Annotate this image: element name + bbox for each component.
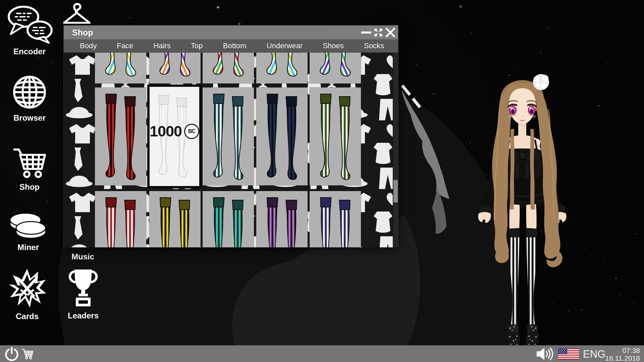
stocking-pair-image [312, 194, 359, 247]
desktop-icon-label: Cards [16, 312, 39, 321]
maximize-button[interactable] [372, 25, 385, 39]
avatar-left-shoe [507, 324, 520, 348]
shop-item[interactable] [95, 191, 146, 247]
date: 16.11.2018 [605, 354, 640, 362]
desktop-root: Encoder Browser Shop Miner CardsMusic [0, 0, 644, 362]
stocking-pair-image [97, 53, 144, 83]
us-flag-icon[interactable] [558, 348, 579, 360]
shop-item[interactable] [256, 53, 308, 83]
stocking-pair-image [205, 53, 252, 83]
globe-icon [12, 74, 47, 110]
minimize-button[interactable] [360, 25, 373, 39]
avatar-right-shoe [526, 324, 539, 348]
cart-icon [21, 348, 34, 360]
tab-socks[interactable]: Socks [364, 42, 384, 50]
tab-hairs[interactable]: Hairs [153, 42, 170, 50]
window-title: Shop [72, 28, 93, 38]
shop-content: 1000BC [64, 53, 398, 247]
desktop-icon-miner[interactable]: Miner [9, 208, 48, 252]
tab-face[interactable]: Face [117, 42, 133, 50]
avatar-striped-stocking-left [509, 237, 520, 330]
shop-item[interactable] [203, 191, 254, 247]
trophy-icon [66, 267, 101, 308]
bc-coin-icon: BC [184, 124, 199, 139]
time: 07:38 [605, 347, 640, 354]
shop-item[interactable] [310, 53, 361, 83]
coins-icon [9, 208, 48, 239]
desktop-icon-shop[interactable]: Shop [12, 147, 47, 192]
desktop-icon-label: Shop [19, 182, 40, 192]
stocking-pair-image [151, 53, 199, 83]
clock: 07:38 16.11.2018 [605, 347, 640, 362]
power-button[interactable] [5, 346, 19, 362]
stocking-pair-image [97, 91, 144, 182]
shop-item[interactable] [149, 53, 201, 83]
shop-window: Shop BodyFaceHairsT [64, 25, 398, 247]
shop-item[interactable] [256, 191, 308, 247]
taskbar: ENG 07:38 16.11.2018 [0, 345, 644, 362]
minimize-icon [361, 32, 371, 34]
shop-item[interactable] [95, 53, 146, 83]
stocking-pair-image [312, 53, 359, 83]
close-icon [385, 27, 396, 38]
desktop-icon-label: Miner [17, 243, 39, 252]
speech-bubbles-code-icon [6, 5, 53, 44]
close-button[interactable] [384, 25, 397, 39]
tab-body[interactable]: Body [80, 42, 97, 50]
avatar-striped-stocking-right [526, 237, 537, 330]
stocking-pair-image [312, 91, 359, 182]
expand-icon [374, 28, 383, 37]
tab-top[interactable]: Top [191, 42, 203, 50]
desktop-icon-label: Encoder [13, 47, 46, 56]
desktop-icon-label: Leaders [68, 311, 99, 320]
hanger-icon [61, 3, 92, 26]
stocking-pair-image [97, 194, 144, 247]
scrollbar-track[interactable] [393, 53, 398, 247]
desktop-icon-label: Browser [13, 113, 46, 123]
stocking-pair-image [258, 91, 306, 182]
desktop-icon-leaders[interactable]: Leaders [66, 267, 101, 320]
battle-burst-swords-icon [8, 268, 46, 308]
price-amount: 1000 [150, 123, 182, 140]
taskbar-cart-button[interactable] [21, 346, 34, 362]
language-selector[interactable]: ENG [583, 348, 605, 360]
shop-item-selected[interactable]: 1000BC [147, 84, 202, 188]
shop-item[interactable] [310, 87, 361, 185]
shop-item[interactable] [256, 87, 308, 185]
desktop-icon-label: Music [71, 252, 94, 261]
shop-item[interactable] [310, 191, 361, 247]
shopping-cart-icon [12, 147, 47, 179]
shop-tabbar: BodyFaceHairsTopBottomUnderwearShoesSock… [64, 40, 398, 53]
power-icon [5, 347, 19, 361]
volume-button[interactable] [536, 346, 553, 362]
stocking-pair-image [258, 53, 306, 83]
stocking-pair-image [205, 91, 252, 182]
tab-shoes[interactable]: Shoes [323, 42, 343, 50]
avatar-rose-accessory [533, 74, 549, 90]
item-price: 1000BC [150, 123, 199, 140]
shop-item[interactable] [149, 191, 201, 247]
stocking-pair-image [151, 194, 199, 247]
tab-bottom[interactable]: Bottom [223, 42, 247, 50]
shop-item[interactable] [203, 87, 254, 185]
desktop-icon-encoder[interactable]: Encoder [6, 5, 53, 56]
desktop-icon-cards[interactable]: Cards [8, 268, 46, 321]
stocking-pair-image [205, 194, 252, 247]
scrollbar-thumb[interactable] [393, 180, 398, 202]
tab-underwear[interactable]: Underwear [267, 42, 303, 50]
shop-item[interactable] [203, 53, 254, 83]
avatar-nose [522, 116, 523, 117]
shop-item[interactable] [95, 87, 146, 185]
stocking-pair-image [258, 194, 306, 247]
volume-icon [536, 347, 553, 361]
avatar-preview [477, 69, 585, 352]
shop-window-titlebar[interactable]: Shop [64, 25, 398, 40]
desktop-icon-browser[interactable]: Browser [12, 74, 47, 123]
